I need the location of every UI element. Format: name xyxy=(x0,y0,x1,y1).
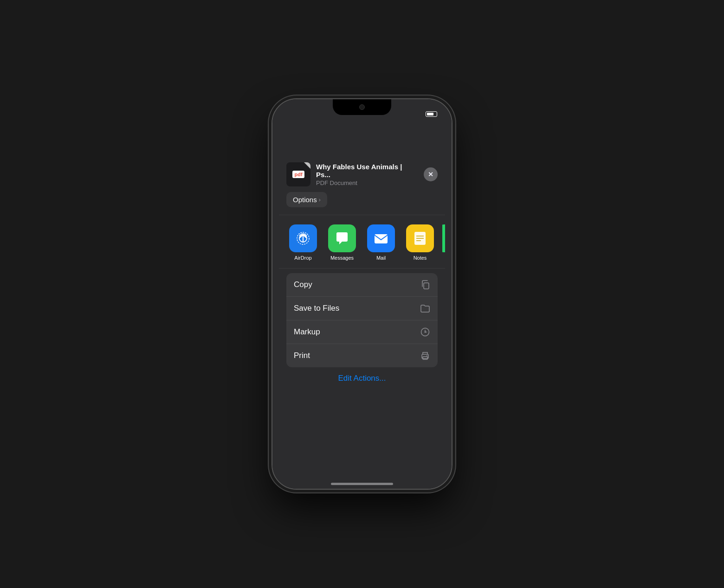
file-type: PDF Document xyxy=(316,179,418,186)
close-icon: ✕ xyxy=(428,171,433,178)
action-markup[interactable]: Markup xyxy=(286,320,438,344)
file-info: Why Fables Use Animals | Ps... PDF Docum… xyxy=(310,163,424,186)
svg-rect-7 xyxy=(424,283,429,289)
app-item-whatsapp[interactable]: Wh... xyxy=(442,224,445,261)
file-name: Why Fables Use Animals | Ps... xyxy=(316,163,418,179)
edit-actions-label: Edit Actions... xyxy=(338,374,386,383)
svg-point-12 xyxy=(427,355,427,356)
svg-rect-11 xyxy=(423,357,427,359)
action-copy[interactable]: Copy xyxy=(286,273,438,296)
markup-label: Markup xyxy=(294,327,320,337)
home-indicator xyxy=(331,483,393,485)
notes-label: Notes xyxy=(414,255,427,261)
svg-rect-2 xyxy=(375,234,388,243)
whatsapp-app-icon xyxy=(442,224,445,252)
airdrop-label: AirDrop xyxy=(294,255,311,261)
chevron-right-icon: › xyxy=(319,197,321,203)
divider-2 xyxy=(279,268,445,268)
messages-label: Messages xyxy=(330,255,354,261)
markup-icon xyxy=(420,327,430,337)
svg-point-9 xyxy=(425,332,426,333)
apps-row: AirDrop Messages xyxy=(279,215,445,268)
notes-app-icon xyxy=(406,224,434,252)
camera-dot xyxy=(359,104,365,110)
mail-label: Mail xyxy=(376,255,386,261)
save-to-files-label: Save to Files xyxy=(294,304,339,313)
share-sheet: pdf Why Fables Use Animals | Ps... PDF D… xyxy=(279,155,445,489)
action-print[interactable]: Print xyxy=(286,344,438,367)
print-label: Print xyxy=(294,351,310,360)
action-list: Copy Save to Files xyxy=(286,273,438,367)
battery-icon xyxy=(426,111,439,117)
notch xyxy=(333,99,391,115)
app-item-mail[interactable]: Mail xyxy=(364,224,398,261)
options-button[interactable]: Options › xyxy=(286,192,327,207)
folder-icon xyxy=(420,303,430,313)
app-item-messages[interactable]: Messages xyxy=(325,224,359,261)
copy-label: Copy xyxy=(294,280,312,289)
mail-app-icon xyxy=(367,224,395,252)
pdf-label: pdf xyxy=(292,171,304,178)
app-item-notes[interactable]: Notes xyxy=(403,224,437,261)
app-item-airdrop[interactable]: AirDrop xyxy=(286,224,320,261)
phone-frame: 10:16 xyxy=(272,98,452,490)
edit-actions-button[interactable]: Edit Actions... xyxy=(279,367,445,390)
action-save-to-files[interactable]: Save to Files xyxy=(286,296,438,320)
airdrop-app-icon xyxy=(289,224,317,252)
phone-screen: 10:16 xyxy=(272,99,452,489)
close-button[interactable]: ✕ xyxy=(424,167,438,181)
copy-icon xyxy=(420,280,430,290)
share-header: pdf Why Fables Use Animals | Ps... PDF D… xyxy=(279,155,445,192)
print-icon xyxy=(420,351,430,361)
options-label: Options xyxy=(293,196,317,204)
pdf-file-icon: pdf xyxy=(286,162,310,186)
messages-app-icon xyxy=(328,224,356,252)
